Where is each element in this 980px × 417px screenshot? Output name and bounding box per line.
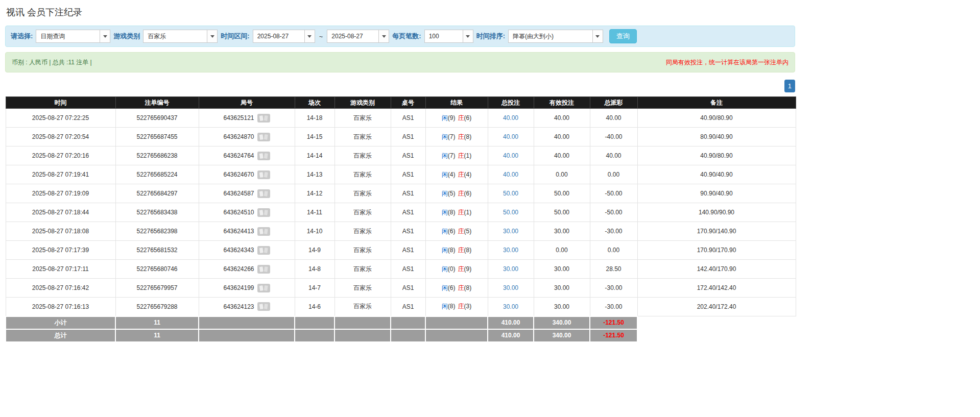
total-bet-link[interactable]: 50.00 [503,190,518,197]
banker-result: 庄(9) [458,265,472,273]
query-type-value: 日期查询 [36,30,100,43]
total-empty-cell [199,329,295,342]
round-id-text: 643624413 [223,228,254,235]
subtotal-payout: -121.50 [590,316,637,329]
cell-round-id: 643625121 [199,109,295,128]
result-cards-icon[interactable] [257,208,270,217]
result-cards-icon[interactable] [257,246,270,255]
cell-game-type: 百家乐 [334,109,391,128]
cell-session: 14-7 [295,279,334,298]
result-cards-icon[interactable] [257,170,270,179]
cell-note: 170.90/170.90 [637,241,796,260]
table-row: 2025-08-27 07:19:09 522765684297 6436245… [6,184,796,203]
cell-round-id: 643624343 [199,241,295,260]
result-cards-icon[interactable] [257,284,270,292]
round-id-text: 643625121 [223,114,254,121]
cell-note: 40.90/80.90 [637,109,796,128]
total-bet-link[interactable]: 30.00 [503,303,518,310]
sort-label: 时间排序: [476,32,505,41]
cell-session: 14-15 [295,128,334,146]
table-body: 2025-08-27 07:22:25 522765690437 6436251… [6,109,796,316]
subtotal-empty-cell [391,316,425,329]
date-to-select[interactable]: 2025-08-27 [327,30,389,43]
cell-table-no: AS1 [391,128,425,146]
search-button[interactable]: 查询 [609,29,637,43]
subtotal-count: 11 [115,316,199,329]
total-empty-cell [295,329,334,342]
col-game-type: 游戏类别 [334,97,391,109]
cell-session: 14-6 [295,298,334,316]
cell-game-type: 百家乐 [334,241,391,260]
cell-note: 202.40/172.40 [637,298,796,316]
cell-game-type: 百家乐 [334,128,391,146]
player-result: 闲(0) [442,265,456,273]
result-cards-icon[interactable] [257,227,270,236]
subtotal-note-blank [637,316,796,329]
cell-valid-bet: 30.00 [534,298,590,316]
page-size-value: 100 [424,30,463,43]
col-payout: 总派彩 [590,97,637,109]
table-row: 2025-08-27 07:16:13 522765679288 6436241… [6,298,796,316]
total-bet-link[interactable]: 30.00 [503,247,518,254]
cell-bet-id: 522765686238 [115,146,199,165]
round-id-text: 643624343 [223,247,254,254]
query-type-select[interactable]: 日期查询 [36,30,110,43]
result-cards-icon[interactable] [257,114,270,122]
cell-time: 2025-08-27 07:20:54 [6,128,115,146]
chevron-down-icon[interactable] [305,30,315,43]
page-title: 视讯 会员下注纪录 [6,6,795,18]
chevron-down-icon[interactable] [463,30,473,43]
sort-select[interactable]: 降幂(由大到小) [508,30,603,43]
round-id-text: 643624670 [223,171,254,178]
date-to-value: 2025-08-27 [327,30,379,43]
total-bet-link[interactable]: 40.00 [503,114,518,121]
game-type-value: 百家乐 [143,30,207,43]
result-cards-icon[interactable] [257,133,270,141]
cell-payout: -50.00 [590,184,637,203]
total-bet-link[interactable]: 40.00 [503,171,518,178]
total-bet-link[interactable]: 40.00 [503,133,518,140]
cell-game-type: 百家乐 [334,146,391,165]
result-cards-icon[interactable] [257,152,270,160]
subtotal-empty-cell [334,316,391,329]
game-type-select[interactable]: 百家乐 [143,30,218,43]
chevron-down-icon[interactable] [100,30,110,43]
date-from-select[interactable]: 2025-08-27 [253,30,315,43]
cell-round-id: 643624199 [199,279,295,298]
chevron-down-icon[interactable] [379,30,389,43]
cell-result: 闲(6)庄(8) [425,279,488,298]
result-cards-icon[interactable] [257,189,270,198]
col-bet-id: 注单编号 [115,97,199,109]
chevron-down-icon[interactable] [593,30,603,43]
total-bet-link[interactable]: 30.00 [503,284,518,291]
total-label: 总计 [6,329,115,342]
total-bet-link[interactable]: 30.00 [503,228,518,235]
total-bet-link[interactable]: 40.00 [503,152,518,159]
cell-result: 闲(8)庄(1) [425,203,488,222]
cell-total-bet: 40.00 [488,128,534,146]
col-note: 备注 [637,97,796,109]
col-valid-bet: 有效投注 [534,97,590,109]
summary-info-bar: 币别 : 人民币 | 总共 :11 注单 | 同局有效投注，统一计算在该局第一张… [5,52,795,72]
cell-valid-bet: 40.00 [534,128,590,146]
select-label: 请选择: [11,32,33,41]
result-cards-icon[interactable] [257,302,270,311]
cell-payout: -40.00 [590,128,637,146]
chevron-down-icon[interactable] [207,30,218,43]
total-bet-link[interactable]: 50.00 [503,209,518,216]
pagination-page-1-button[interactable]: 1 [784,80,795,92]
player-result: 闲(7) [442,133,456,140]
player-result: 闲(7) [442,152,456,159]
total-bet-link[interactable]: 30.00 [503,265,518,273]
currency-total-text: 币别 : 人民币 | 总共 :11 注单 | [12,58,92,67]
result-cards-icon[interactable] [257,265,270,274]
total-row: 总计 11 410.00 340.00 -121.50 [6,329,796,342]
page-size-select[interactable]: 100 [424,30,473,43]
cell-table-no: AS1 [391,222,425,241]
cell-total-bet: 30.00 [488,298,534,316]
total-note-blank [637,329,796,342]
cell-payout: 0.00 [590,241,637,260]
cell-result: 闲(5)庄(6) [425,184,488,203]
round-id-text: 643624199 [223,284,254,291]
cell-note: 90.90/40.90 [637,184,796,203]
